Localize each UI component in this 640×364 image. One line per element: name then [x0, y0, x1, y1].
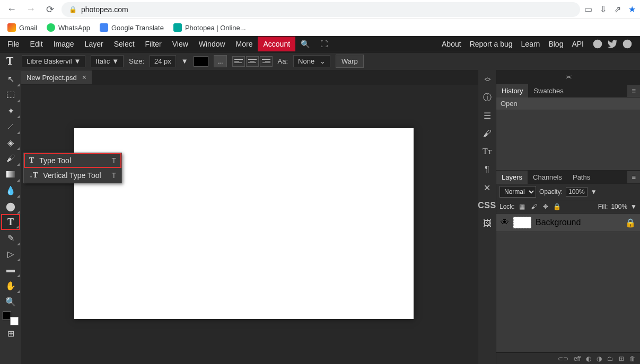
menu-more[interactable]: More [231, 37, 258, 51]
color-swatches[interactable] [3, 312, 19, 325]
forward-button[interactable]: → [23, 2, 38, 17]
menu-window[interactable]: Window [194, 37, 231, 51]
link-about[interactable]: About [442, 40, 461, 48]
background-color[interactable] [10, 317, 19, 325]
blur-tool[interactable]: 💧 [1, 182, 20, 198]
canvas[interactable] [74, 128, 414, 319]
twitter-icon[interactable] [607, 39, 618, 49]
history-panel-menu[interactable]: ≡ [627, 85, 640, 97]
brush-panel-icon[interactable]: 🖌 [480, 126, 495, 141]
tools-panel-icon[interactable]: ✕ [480, 180, 495, 195]
lock-all-icon[interactable]: 🔒 [553, 202, 562, 211]
fullscreen-icon[interactable]: ⛶ [315, 37, 333, 51]
share-icon[interactable]: ⇗ [614, 4, 621, 14]
fill-dropdown[interactable]: ▼ [630, 203, 637, 210]
gradient-tool[interactable] [1, 166, 20, 182]
character-panel-icon[interactable]: Tт [480, 144, 495, 159]
menu-account[interactable]: Account [258, 37, 295, 51]
quickmask-tool[interactable]: ⊞ [1, 325, 20, 341]
lock-position-icon[interactable]: ✥ [541, 202, 550, 211]
move-tool[interactable]: ↖ [1, 71, 20, 87]
menu-file[interactable]: File [2, 37, 25, 51]
link-api[interactable]: API [572, 40, 584, 48]
link-layers-icon[interactable]: ⊂⊃ [558, 355, 568, 362]
pen-tool[interactable]: ✎ [1, 230, 20, 246]
lock-paint-icon[interactable]: 🖌 [530, 202, 538, 211]
zoom-tool[interactable]: 🔍 [1, 294, 20, 309]
link-learn[interactable]: Learn [521, 40, 540, 48]
tab-layers[interactable]: Layers [496, 171, 528, 184]
reddit-icon[interactable] [592, 39, 603, 49]
align-right-button[interactable] [260, 56, 273, 67]
image-panel-icon[interactable]: 🖼 [480, 216, 495, 231]
eyedropper-tool[interactable]: ◈ [1, 135, 20, 150]
css-panel-icon[interactable]: CSS [480, 198, 495, 213]
shape-tool[interactable]: ▬ [1, 262, 20, 278]
bookmark-star-icon[interactable]: ★ [628, 4, 636, 14]
fill-value[interactable]: 100% [611, 203, 627, 210]
opacity-value[interactable]: 100% [566, 187, 588, 197]
document-tab[interactable]: New Project.psd × [21, 70, 92, 84]
delete-layer-icon[interactable]: 🗑 [629, 355, 636, 362]
adjustments-panel-icon[interactable]: ☰ [480, 108, 495, 123]
menu-edit[interactable]: Edit [25, 37, 48, 51]
reload-button[interactable]: ⟳ [42, 2, 57, 17]
align-center-button[interactable] [246, 56, 259, 67]
lock-transparency-icon[interactable]: ▦ [518, 202, 527, 211]
color-more-button[interactable]: ... [214, 55, 227, 67]
facebook-icon[interactable] [622, 39, 633, 49]
path-select-tool[interactable]: ▷ [1, 246, 20, 262]
menu-view[interactable]: View [167, 37, 194, 51]
font-family-dropdown[interactable]: Libre Baskervil ▼ [22, 55, 85, 67]
blend-mode-select[interactable]: Normal [499, 186, 536, 198]
bookmark-gmail[interactable]: Gmail [7, 23, 37, 32]
info-panel-icon[interactable]: ⓘ [480, 90, 495, 105]
flyout-vertical-type-tool[interactable]: ↓T Vertical Type Tool T [24, 168, 121, 183]
flyout-type-tool[interactable]: T Type Tool T [24, 153, 121, 168]
font-size-dropdown[interactable]: ▼ [181, 57, 188, 65]
antialias-dropdown[interactable]: None ⌄ [293, 55, 330, 67]
collapse-panels-icon[interactable]: <> [480, 72, 495, 87]
link-blog[interactable]: Blog [548, 40, 563, 48]
tab-channels[interactable]: Channels [528, 171, 567, 184]
search-icon[interactable]: 🔍 [295, 37, 315, 51]
menu-filter[interactable]: Filter [140, 37, 167, 51]
url-input[interactable]: 🔒 photopea.com [62, 2, 580, 17]
collapse-icon[interactable]: >< [496, 74, 640, 80]
layer-effects-icon[interactable]: eff [574, 355, 581, 362]
align-left-button[interactable] [232, 56, 245, 67]
wand-tool[interactable]: ✦ [1, 103, 20, 119]
clone-tool[interactable]: ⬤ [1, 198, 20, 214]
layer-row-background[interactable]: 👁 Background 🔒 [496, 214, 640, 232]
menu-select[interactable]: Select [109, 37, 140, 51]
bookmark-photopea[interactable]: Photopea | Online... [173, 23, 246, 32]
layers-panel-menu[interactable]: ≡ [627, 171, 640, 183]
tab-history[interactable]: History [496, 84, 528, 97]
bookmark-whatsapp[interactable]: WhatsApp [47, 23, 90, 32]
menu-image[interactable]: Image [48, 37, 80, 51]
back-button[interactable]: ← [4, 2, 19, 17]
adjustment-layer-icon[interactable]: ◑ [597, 355, 602, 362]
type-tool[interactable]: T [1, 214, 20, 230]
brush-tool[interactable]: 🖌 [1, 150, 20, 166]
crop-tool[interactable]: ⟋ [1, 119, 20, 135]
layer-thumbnail[interactable] [513, 217, 531, 228]
text-color-swatch[interactable] [194, 56, 208, 67]
hand-tool[interactable]: ✋ [1, 278, 20, 294]
history-item-open[interactable]: Open [496, 97, 640, 110]
marquee-tool[interactable] [1, 87, 20, 103]
layer-lock-icon[interactable]: 🔒 [625, 218, 636, 228]
warp-button[interactable]: Warp [336, 55, 364, 68]
bookmark-translate[interactable]: Google Translate [100, 23, 164, 32]
extension-icon[interactable]: ▭ [584, 4, 592, 14]
menu-layer[interactable]: Layer [80, 37, 109, 51]
font-size-input[interactable]: 24 px [150, 55, 176, 67]
new-layer-icon[interactable]: ⊞ [619, 355, 624, 362]
paragraph-panel-icon[interactable]: ¶ [480, 162, 495, 177]
link-report-bug[interactable]: Report a bug [470, 40, 513, 48]
install-icon[interactable]: ⇩ [600, 4, 607, 14]
layer-mask-icon[interactable]: ◐ [586, 355, 591, 362]
tab-swatches[interactable]: Swatches [528, 84, 568, 97]
font-style-dropdown[interactable]: Italic ▼ [91, 55, 124, 67]
tab-paths[interactable]: Paths [567, 171, 595, 184]
